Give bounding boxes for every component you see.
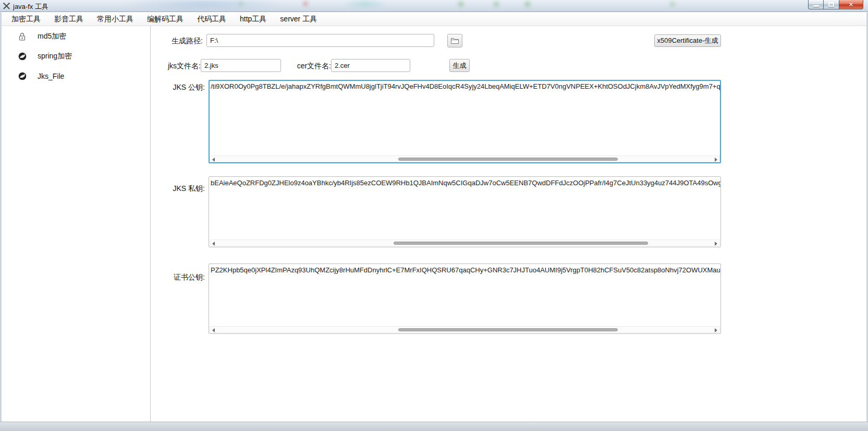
menu-encrypt-tools[interactable]: 加密工具 <box>5 15 47 24</box>
path-label: 生成路径: <box>151 37 203 46</box>
jks-filename-label: jks文件名: <box>151 62 201 71</box>
menu-media-tools[interactable]: 影音工具 <box>47 15 90 24</box>
window-controls: ✕ <box>808 0 863 9</box>
window-title: java-fx 工具 <box>13 2 48 11</box>
browse-folder-button[interactable] <box>447 34 462 47</box>
menu-codec-tools[interactable]: 编解码工具 <box>140 15 190 24</box>
cert-public-key-hscrollbar[interactable] <box>210 326 720 333</box>
sidebar-item-label: spring加密 <box>38 52 72 61</box>
cert-public-key-field: PZ2KHpb5qe0jXPl4ZImPAzq93UhQMZcijy8rHuMF… <box>209 264 721 334</box>
jks-public-key-field: /ti9XOR0Oy0Pg8TBZL/e/jahapxZYRfgBmtQWMmU… <box>209 80 721 163</box>
menu-code-tools[interactable]: 代码工具 <box>190 15 233 24</box>
sidebar-item-jks-file[interactable]: Jks_File <box>2 66 150 86</box>
cert-public-key-label: 证书公钥: <box>151 273 205 282</box>
tools-icon <box>3 2 10 10</box>
jks-public-key-label: JKS 公钥: <box>151 83 205 92</box>
scrollbar-thumb[interactable] <box>398 328 617 331</box>
sidebar-item-label: md5加密 <box>38 32 66 41</box>
close-icon: ✕ <box>848 2 853 8</box>
maximize-icon <box>828 2 834 7</box>
close-button[interactable]: ✕ <box>839 0 863 9</box>
content-area: md5加密 spring加密 Jks_File <box>2 26 866 422</box>
scroll-right-icon[interactable] <box>715 158 717 162</box>
x509-generate-button[interactable]: x509Certificate-生成 <box>654 34 721 47</box>
titlebar-glass-reflection <box>0 0 868 11</box>
minimize-icon <box>813 5 819 7</box>
jks-private-key-textarea[interactable]: bEAieAeQoZRFDg0ZJHElo9z4oaYBhkc/yb4RIjs8… <box>209 176 721 247</box>
cert-public-key-textarea[interactable]: PZ2KHpb5qe0jXPl4ZImPAzq93UhQMZcijy8rHuMF… <box>209 264 721 334</box>
jks-public-key-textarea[interactable]: /ti9XOR0Oy0Pg8TBZL/e/jahapxZYRfgBmtQWMmU… <box>209 80 721 163</box>
jks-filename-input[interactable] <box>201 59 281 72</box>
lock-icon <box>18 32 27 41</box>
sidebar-item-label: Jks_File <box>38 72 64 80</box>
minimize-button[interactable] <box>808 0 824 9</box>
scrollbar-thumb[interactable] <box>394 242 649 245</box>
scroll-right-icon[interactable] <box>715 328 717 332</box>
menu-common-tools[interactable]: 常用小工具 <box>90 15 140 24</box>
jks-private-key-hscrollbar[interactable] <box>210 240 720 246</box>
scrollbar-thumb[interactable] <box>398 158 617 161</box>
jks-private-key-field: bEAieAeQoZRFDg0ZJHElo9z4oaYBhkc/yb4RIjs8… <box>209 176 721 247</box>
maximize-button[interactable] <box>824 0 839 9</box>
jks-public-key-hscrollbar[interactable] <box>210 155 720 162</box>
sidebar-item-spring[interactable]: spring加密 <box>2 46 150 66</box>
path-input[interactable] <box>206 34 434 47</box>
scroll-left-icon[interactable] <box>212 158 215 162</box>
window-frame-bottom <box>0 422 868 431</box>
spring-icon <box>18 72 27 81</box>
scroll-left-icon[interactable] <box>212 328 215 332</box>
menu-http-tools[interactable]: http工具 <box>233 15 273 24</box>
titlebar: java-fx 工具 ✕ <box>0 0 868 12</box>
folder-icon <box>450 37 459 44</box>
main-panel: 生成路径: x509Certificate-生成 jks文件名: cer文件名:… <box>151 26 866 422</box>
cer-filename-label: cer文件名: <box>289 62 331 71</box>
sidebar: md5加密 spring加密 Jks_File <box>2 26 151 422</box>
jks-private-key-label: JKS 私钥: <box>151 184 205 194</box>
menu-bar: 加密工具 影音工具 常用小工具 编解码工具 代码工具 http工具 server… <box>1 13 867 26</box>
scroll-left-icon[interactable] <box>212 242 215 246</box>
scroll-right-icon[interactable] <box>715 242 717 246</box>
sidebar-item-md5[interactable]: md5加密 <box>2 27 150 46</box>
menu-server-tools[interactable]: server 工具 <box>273 15 324 24</box>
cer-filename-input[interactable] <box>331 59 410 72</box>
spring-icon <box>18 52 27 61</box>
generate-button[interactable]: 生成 <box>449 59 470 72</box>
